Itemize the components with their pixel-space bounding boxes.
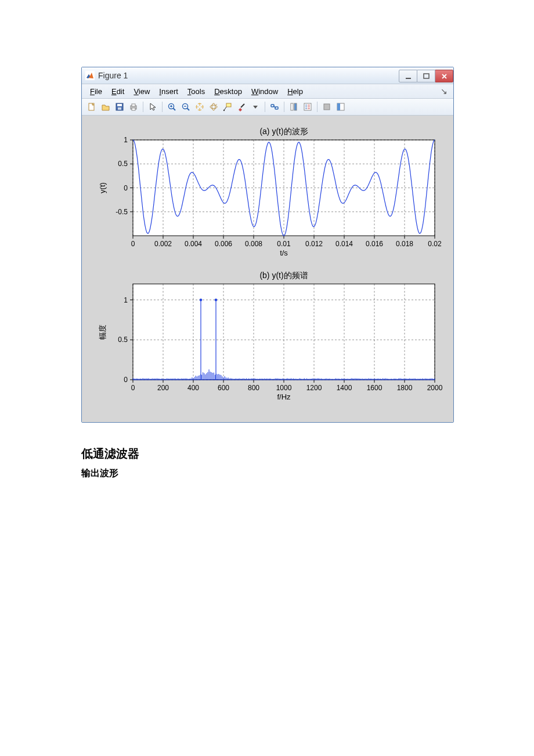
menu-tools[interactable]: Tools [184, 87, 208, 96]
save-icon [115, 102, 124, 111]
matlab-figure-window: Figure 1 File Edit View Insert Tools Des… [81, 67, 454, 423]
svg-text:0: 0 [124, 376, 128, 384]
datacursor-button[interactable] [221, 100, 234, 113]
svg-text:0.01: 0.01 [277, 240, 291, 248]
menubar: File Edit View Insert Tools Desktop Wind… [82, 84, 453, 99]
dropdown-button[interactable] [249, 100, 262, 113]
svg-text:0.014: 0.014 [335, 240, 353, 248]
svg-point-371 [200, 298, 202, 301]
svg-text:0.5: 0.5 [118, 160, 128, 168]
brush-button[interactable] [235, 100, 248, 113]
svg-point-13 [212, 103, 215, 110]
minimize-button[interactable] [399, 70, 417, 82]
toolbar-separator [265, 102, 265, 112]
svg-text:幅度: 幅度 [98, 325, 107, 340]
svg-text:0.016: 0.016 [366, 240, 383, 248]
svg-text:y(t): y(t) [98, 182, 107, 193]
menu-view[interactable]: View [130, 87, 153, 96]
svg-rect-21 [324, 104, 330, 110]
pan-button[interactable] [193, 100, 206, 113]
toolbar-separator [284, 102, 284, 112]
svg-text:0.006: 0.006 [215, 240, 232, 248]
window-title: Figure 1 [98, 71, 128, 80]
rotate3d-button[interactable] [207, 100, 220, 113]
svg-text:200: 200 [157, 384, 169, 392]
titlebar-left: Figure 1 [85, 71, 128, 80]
dock-icon [336, 102, 345, 111]
pointer-button[interactable] [146, 100, 159, 113]
legend-button[interactable] [301, 100, 314, 113]
legend-icon [303, 102, 312, 111]
svg-text:1200: 1200 [306, 384, 322, 392]
svg-rect-5 [117, 104, 122, 106]
colorbar-button[interactable] [287, 100, 300, 113]
svg-text:0.008: 0.008 [245, 240, 262, 248]
brush-icon [237, 102, 246, 111]
svg-text:2000: 2000 [427, 384, 443, 392]
svg-point-373 [215, 298, 217, 301]
svg-rect-0 [85, 71, 95, 80]
svg-rect-23 [337, 103, 340, 110]
svg-rect-2 [424, 74, 429, 78]
svg-text:-0.5: -0.5 [116, 208, 128, 216]
rotate3d-icon [209, 102, 218, 111]
svg-text:1: 1 [124, 136, 128, 144]
caption-lowpass-filter: 低通滤波器 [81, 446, 534, 462]
close-button[interactable] [435, 70, 453, 82]
svg-point-15 [223, 110, 225, 111]
open-button[interactable] [99, 100, 112, 113]
dock-handle-icon[interactable]: ↘ [441, 87, 449, 96]
window-controls [399, 70, 453, 81]
link-icon [270, 102, 279, 111]
save-button[interactable] [113, 100, 126, 113]
datacursor-icon [223, 102, 232, 111]
dropdown-icon [251, 102, 260, 111]
svg-text:400: 400 [187, 384, 199, 392]
svg-text:0.004: 0.004 [185, 240, 202, 248]
svg-text:t/s: t/s [280, 249, 288, 257]
plot-wrap: (a) y(t)的波形00.0020.0040.0060.0080.010.01… [86, 121, 449, 412]
svg-text:0.5: 0.5 [118, 336, 128, 344]
svg-text:0: 0 [131, 240, 135, 248]
close-icon [441, 73, 448, 80]
figure-toolbar [82, 99, 453, 116]
menu-window[interactable]: Window [248, 87, 282, 96]
svg-rect-6 [118, 107, 121, 110]
svg-text:0.002: 0.002 [154, 240, 172, 248]
svg-text:1600: 1600 [367, 384, 383, 392]
maximize-button[interactable] [417, 70, 435, 82]
svg-rect-14 [226, 103, 231, 107]
colorbar-icon [289, 102, 298, 111]
svg-text:1000: 1000 [276, 384, 292, 392]
svg-rect-18 [291, 103, 293, 110]
dock-button[interactable] [334, 100, 347, 113]
svg-text:1800: 1800 [397, 384, 413, 392]
figure-canvas-area: (a) y(t)的波形00.0020.0040.0060.0080.010.01… [82, 116, 453, 422]
svg-text:1400: 1400 [337, 384, 352, 392]
svg-text:1: 1 [124, 296, 128, 304]
menu-desktop[interactable]: Desktop [211, 87, 246, 96]
svg-text:0: 0 [131, 384, 135, 392]
new-icon [87, 102, 96, 111]
hide-button[interactable] [320, 100, 333, 113]
menu-edit[interactable]: Edit [108, 87, 128, 96]
link-button[interactable] [268, 100, 281, 113]
new-button[interactable] [85, 100, 98, 113]
zoom-out-icon [181, 102, 190, 111]
zoom-out-button[interactable] [179, 100, 192, 113]
pointer-icon [148, 102, 157, 111]
svg-text:f/Hz: f/Hz [277, 393, 291, 401]
menu-help[interactable]: Help [284, 87, 306, 96]
menu-file[interactable]: File [86, 87, 106, 96]
toolbar-separator [143, 102, 143, 112]
svg-text:0.012: 0.012 [305, 240, 323, 248]
svg-rect-8 [132, 104, 135, 106]
menu-insert[interactable]: Insert [156, 87, 182, 96]
open-icon [101, 102, 110, 111]
print-button[interactable] [127, 100, 140, 113]
svg-rect-1 [406, 78, 411, 79]
window-titlebar[interactable]: Figure 1 [82, 67, 453, 84]
pan-icon [195, 102, 204, 111]
svg-text:0: 0 [124, 184, 128, 192]
zoom-in-button[interactable] [165, 100, 178, 113]
